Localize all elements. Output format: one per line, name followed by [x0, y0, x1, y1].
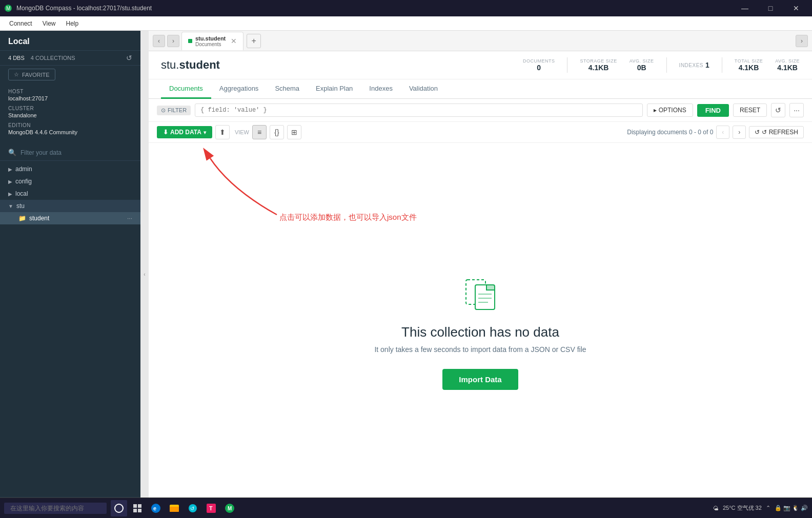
favorite-button[interactable]: ☆ FAVORITE	[8, 69, 55, 80]
tab-documents[interactable]: Documents	[161, 79, 211, 99]
tab-stu-student[interactable]: stu.student Documents ✕	[181, 32, 243, 50]
db-item-admin[interactable]: ▶ admin	[0, 163, 140, 175]
sidebar-toggle[interactable]: ‹	[140, 31, 149, 518]
tab-back-button[interactable]: ‹	[153, 35, 165, 47]
taskbar-icon-2[interactable]	[129, 500, 146, 516]
taskbar-files-icon[interactable]	[166, 500, 182, 516]
db-part: stu.	[161, 58, 179, 71]
svg-rect-13	[138, 509, 141, 512]
refresh-button[interactable]: ↺ ↺ REFRESH	[749, 126, 804, 138]
svg-rect-12	[133, 509, 137, 512]
filter-badge[interactable]: ⊙ FILTER	[157, 106, 191, 115]
export-button[interactable]: ⬆	[215, 125, 230, 139]
taskbar-icon-1[interactable]	[111, 500, 127, 516]
taskbar-text-icon[interactable]: T	[203, 500, 219, 516]
find-button[interactable]: FIND	[697, 104, 729, 117]
collection-name-student: student	[29, 215, 49, 222]
sidebar-filter[interactable]: 🔍	[0, 144, 140, 161]
empty-icon	[460, 272, 501, 314]
add-tab-button[interactable]: +	[247, 34, 261, 48]
more-button[interactable]: ···	[789, 103, 804, 117]
coll-part: student	[179, 58, 219, 71]
collection-item-student[interactable]: 📁 student ···	[0, 212, 140, 224]
collection-more-icon[interactable]: ···	[127, 215, 132, 222]
db-name-admin: admin	[15, 165, 32, 173]
filter-input-main[interactable]	[195, 103, 643, 117]
reset-button[interactable]: RESET	[733, 103, 767, 117]
menu-help[interactable]: Help	[61, 18, 84, 29]
secondary-toolbar: ⬇ ADD DATA ▾ ⬆ VIEW ≡ {} ⊞ Displaying do…	[149, 122, 812, 143]
favorite-label: FAVORITE	[22, 72, 50, 78]
window-controls: — □ ✕	[733, 0, 808, 16]
svg-rect-11	[138, 504, 141, 508]
options-button[interactable]: ▸ OPTIONS	[647, 103, 693, 117]
taskbar-icons-right: 🔒 📷 🐧 🔊	[775, 505, 808, 511]
taskbar-mongodb-icon[interactable]: M	[221, 500, 238, 516]
db-item-config[interactable]: ▶ config	[0, 175, 140, 188]
stat-divider-1	[567, 57, 567, 73]
edition-label: EDITION	[8, 122, 132, 128]
filter-input[interactable]	[21, 149, 132, 156]
prev-page-button[interactable]: ‹	[716, 126, 729, 139]
tab-validation[interactable]: Validation	[401, 79, 446, 99]
collection-stats: DOCUMENTS 0 STORAGE SIZE 4.1KB AVG. SIZE…	[523, 57, 800, 73]
taskbar-icons: e ↺ T M	[111, 500, 238, 516]
sidebar-refresh-icon[interactable]: ↺	[126, 54, 132, 62]
tab-bar: ‹ › stu.student Documents ✕ + ›	[149, 31, 812, 51]
list-view-button[interactable]: ≡	[252, 125, 267, 139]
collection-title: stu.student	[161, 58, 523, 72]
storage-value: 4.1KB	[588, 64, 609, 72]
storage-stat: STORAGE SIZE 4.1KB	[580, 58, 617, 72]
tab-right-nav[interactable]: ›	[796, 35, 808, 47]
tab-close-icon[interactable]: ✕	[231, 37, 237, 45]
taskbar: e ↺ T M 🌤 25°C 空气优 32 ⌃ 🔒 📷 🐧 🔊	[0, 498, 812, 518]
filter-toolbar: ⊙ FILTER ▸ OPTIONS FIND RESET ↺ ···	[149, 99, 812, 122]
menubar: Connect View Help	[0, 16, 812, 31]
svg-text:↺: ↺	[190, 506, 194, 511]
total-size-stat: TOTAL SIZE 4.1KB	[735, 58, 763, 72]
total-size-value: 4.1KB	[739, 64, 759, 72]
json-view-button[interactable]: {}	[270, 125, 284, 139]
tab-schema[interactable]: Schema	[267, 79, 308, 99]
tab-explain-plan[interactable]: Explain Plan	[308, 79, 361, 99]
svg-text:M: M	[6, 6, 10, 11]
weather-text: 25°C 空气优 32	[723, 504, 762, 512]
menu-connect[interactable]: Connect	[4, 18, 37, 29]
tab-forward-button[interactable]: ›	[167, 35, 179, 47]
db-item-stu[interactable]: ▼ stu	[0, 200, 140, 212]
svg-rect-17	[170, 507, 179, 512]
titlebar: M MongoDB Compass - localhost:27017/stu.…	[0, 0, 812, 16]
indexes-label: INDEXES	[679, 63, 703, 68]
tab-indexes[interactable]: Indexes	[361, 79, 401, 99]
close-button[interactable]: ✕	[784, 0, 808, 16]
cluster-label: CLUSTER	[8, 106, 132, 111]
star-icon: ☆	[14, 71, 19, 78]
edition-value: MongoDB 4.4.6 Community	[8, 129, 132, 135]
taskbar-refresh-icon[interactable]: ↺	[185, 500, 201, 516]
minimize-button[interactable]: —	[733, 0, 757, 16]
search-icon: 🔍	[8, 149, 16, 156]
taskbar-edge-icon[interactable]: e	[148, 500, 164, 516]
add-data-dropdown-icon: ▾	[204, 130, 206, 135]
import-data-button[interactable]: Import Data	[442, 369, 518, 390]
documents-stat: DOCUMENTS 0	[523, 58, 555, 72]
documents-label: DOCUMENTS	[523, 58, 555, 64]
dbs-count: 4 DBS	[8, 55, 25, 61]
tab-aggregations[interactable]: Aggregations	[211, 79, 267, 99]
menu-view[interactable]: View	[37, 18, 61, 29]
add-data-button[interactable]: ⬇ ADD DATA ▾	[157, 126, 212, 138]
svg-text:T: T	[209, 505, 213, 511]
db-item-local[interactable]: ▶ local	[0, 188, 140, 200]
history-button[interactable]: ↺	[771, 103, 785, 117]
next-page-button[interactable]: ›	[733, 126, 746, 139]
avg-size-stat: AVG. SIZE 0B	[630, 58, 654, 72]
collections-count: 4 COLLECTIONS	[31, 55, 75, 61]
table-view-button[interactable]: ⊞	[287, 125, 301, 139]
download-icon: ⬇	[163, 129, 168, 136]
maximize-button[interactable]: □	[759, 0, 782, 16]
chevron-right-icon: ▶	[8, 179, 12, 184]
taskbar-search[interactable]	[4, 503, 107, 514]
sidebar: Local 4 DBS 4 COLLECTIONS ↺ ☆ FAVORITE H…	[0, 31, 140, 518]
indexes-stat: INDEXES 1	[679, 61, 709, 69]
nav-tabs: Documents Aggregations Schema Explain Pl…	[149, 79, 812, 99]
